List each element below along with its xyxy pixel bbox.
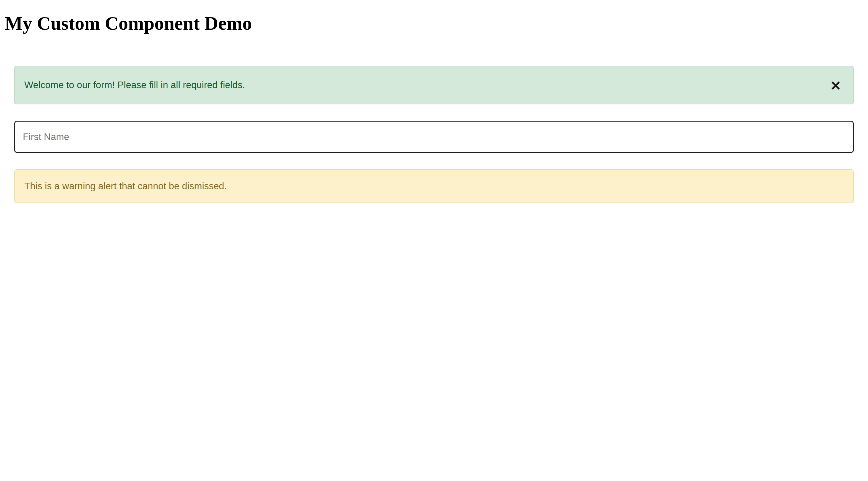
- success-alert: Welcome to our form! Please fill in all …: [14, 66, 854, 104]
- first-name-input[interactable]: [14, 121, 854, 153]
- close-button[interactable]: ×: [827, 78, 844, 92]
- close-icon: ×: [830, 77, 841, 93]
- success-alert-message: Welcome to our form! Please fill in all …: [24, 79, 245, 91]
- warning-alert-message: This is a warning alert that cannot be d…: [24, 180, 227, 192]
- warning-alert: This is a warning alert that cannot be d…: [14, 169, 854, 203]
- page-title: My Custom Component Demo: [5, 12, 868, 34]
